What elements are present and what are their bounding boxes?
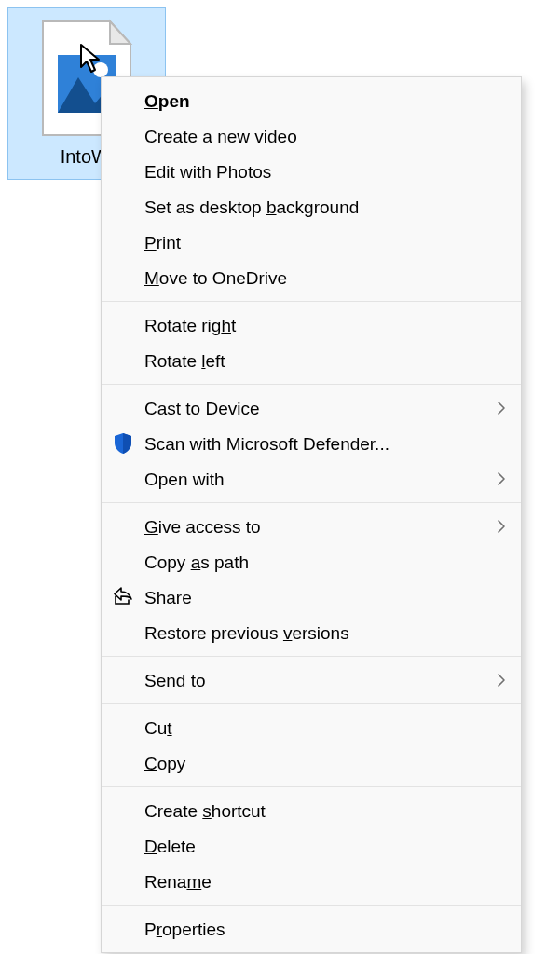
menu-item-label: Move to OneDrive xyxy=(144,269,489,287)
chevron-right-icon xyxy=(489,673,506,688)
menu-item-delete[interactable]: Delete xyxy=(102,828,521,864)
menu-item-send-to[interactable]: Send to xyxy=(102,662,521,698)
menu-item-label: Send to xyxy=(144,672,489,689)
menu-item-copy[interactable]: Copy xyxy=(102,745,521,781)
svg-marker-1 xyxy=(110,21,130,44)
menu-separator xyxy=(102,502,521,503)
menu-separator xyxy=(102,656,521,657)
menu-item-label: Open xyxy=(144,92,489,110)
menu-item-label: Rename xyxy=(144,873,489,891)
menu-item-label: Delete xyxy=(144,838,489,855)
menu-item-label: Share xyxy=(144,589,489,606)
menu-item-open[interactable]: Open xyxy=(102,83,521,118)
chevron-right-icon xyxy=(489,471,506,486)
menu-item-cast-to-device[interactable]: Cast to Device xyxy=(102,390,521,426)
share-icon xyxy=(102,587,144,607)
menu-item-give-access[interactable]: Give access to xyxy=(102,509,521,544)
menu-item-label: Rotate right xyxy=(144,317,489,334)
menu-item-share[interactable]: Share xyxy=(102,579,521,615)
defender-shield-icon xyxy=(102,432,144,455)
menu-separator xyxy=(102,703,521,704)
menu-item-label: Scan with Microsoft Defender... xyxy=(144,435,489,453)
menu-item-label: Open with xyxy=(144,470,489,488)
menu-item-label: Copy xyxy=(144,755,489,772)
chevron-right-icon xyxy=(489,401,506,416)
menu-item-create-video[interactable]: Create a new video xyxy=(102,118,521,154)
menu-separator xyxy=(102,905,521,906)
menu-item-copy-as-path[interactable]: Copy as path xyxy=(102,544,521,579)
menu-item-rotate-right[interactable]: Rotate right xyxy=(102,307,521,343)
menu-item-label: Edit with Photos xyxy=(144,163,489,181)
menu-item-label: Create shortcut xyxy=(144,802,489,820)
menu-item-create-shortcut[interactable]: Create shortcut xyxy=(102,793,521,828)
menu-separator xyxy=(102,384,521,385)
menu-item-label: Copy as path xyxy=(144,553,489,571)
menu-item-label: Create a new video xyxy=(144,128,489,145)
menu-item-label: Properties xyxy=(144,920,489,938)
menu-separator xyxy=(102,786,521,787)
menu-item-label: Cast to Device xyxy=(144,400,489,417)
menu-item-move-onedrive[interactable]: Move to OneDrive xyxy=(102,260,521,295)
menu-item-scan-defender[interactable]: Scan with Microsoft Defender... xyxy=(102,426,521,461)
menu-item-print[interactable]: Print xyxy=(102,225,521,260)
menu-item-rotate-left[interactable]: Rotate left xyxy=(102,343,521,378)
menu-item-open-with[interactable]: Open with xyxy=(102,461,521,497)
menu-item-label: Give access to xyxy=(144,518,489,536)
menu-item-properties[interactable]: Properties xyxy=(102,911,521,947)
menu-item-label: Set as desktop background xyxy=(144,198,489,216)
menu-item-rename[interactable]: Rename xyxy=(102,864,521,899)
context-menu: OpenCreate a new videoEdit with PhotosSe… xyxy=(101,76,522,953)
menu-item-label: Rotate left xyxy=(144,352,489,370)
menu-item-set-background[interactable]: Set as desktop background xyxy=(102,189,521,225)
menu-item-edit-photos[interactable]: Edit with Photos xyxy=(102,154,521,189)
chevron-right-icon xyxy=(489,519,506,534)
menu-separator xyxy=(102,301,521,302)
menu-item-cut[interactable]: Cut xyxy=(102,710,521,745)
menu-item-label: Cut xyxy=(144,719,489,737)
menu-item-label: Restore previous versions xyxy=(144,624,489,642)
svg-point-4 xyxy=(93,62,108,77)
menu-item-restore-versions[interactable]: Restore previous versions xyxy=(102,615,521,650)
menu-item-label: Print xyxy=(144,234,489,252)
